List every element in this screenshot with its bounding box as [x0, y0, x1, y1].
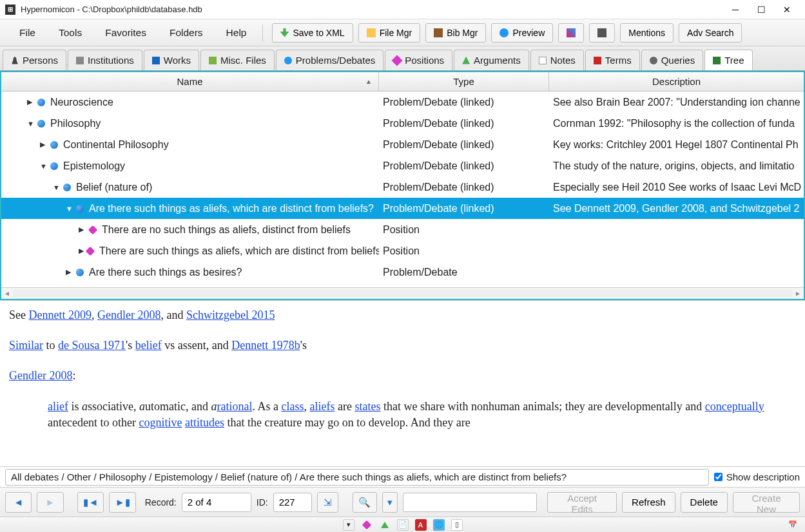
pointer-tool-2[interactable]: [589, 23, 615, 43]
tab-problems-debates[interactable]: Problems/Debates: [276, 50, 383, 70]
tab-institutions[interactable]: Institutions: [68, 50, 142, 70]
expander-icon[interactable]: ▼: [27, 120, 35, 128]
tab-tree[interactable]: Tree: [704, 50, 752, 70]
tab-works[interactable]: Works: [144, 50, 199, 70]
nav-forward-button[interactable]: ►: [37, 492, 63, 513]
term-icon: [594, 57, 601, 64]
refresh-button[interactable]: Refresh: [622, 492, 675, 513]
tree-row[interactable]: ▼EpistemologyProblem/Debate (linked)The …: [1, 155, 804, 176]
record-field[interactable]: [182, 493, 251, 512]
link-conceptually[interactable]: conceptually: [705, 400, 764, 413]
breadcrumb[interactable]: All debates / Other / Philosophy / Epist…: [5, 469, 709, 486]
search-field[interactable]: [403, 493, 537, 512]
status-note-icon[interactable]: 📄: [397, 519, 409, 531]
tab-terms[interactable]: Terms: [585, 50, 640, 70]
tab-misc-files[interactable]: Misc. Files: [200, 50, 275, 70]
link-class[interactable]: class: [281, 400, 304, 413]
link-dennett-2009[interactable]: Dennett 2009: [29, 309, 92, 321]
tree-row[interactable]: ▶There are such things as aliefs, which …: [1, 240, 804, 261]
expander-icon[interactable]: ▶: [79, 225, 86, 234]
expander-icon[interactable]: ▶: [79, 247, 84, 255]
status-position-icon[interactable]: [361, 519, 373, 531]
tree-row[interactable]: ▶Continental PhilosophyProblem/Debate (l…: [1, 134, 804, 155]
nav-first-button[interactable]: ▮◄: [77, 492, 104, 513]
link-rational[interactable]: rational: [217, 400, 252, 413]
close-button[interactable]: ✕: [774, 1, 800, 19]
link-cognitive[interactable]: cognitive: [139, 416, 182, 429]
accept-edits-button[interactable]: Accept Edits: [547, 492, 617, 513]
menu-file[interactable]: File: [8, 23, 47, 43]
nav-last-button[interactable]: ►▮: [109, 492, 135, 513]
menu-tools[interactable]: Tools: [47, 23, 93, 43]
mentions-button[interactable]: Mentions: [620, 23, 674, 43]
link-attitudes[interactable]: attitudes: [185, 416, 224, 429]
expander-icon[interactable]: ▼: [66, 205, 73, 213]
maximize-button[interactable]: ☐: [748, 1, 774, 19]
show-description-checkbox[interactable]: [714, 473, 723, 481]
nav-back-button[interactable]: ◄: [5, 492, 32, 513]
delete-button[interactable]: Delete: [681, 492, 728, 513]
id-field[interactable]: [273, 493, 312, 512]
column-name[interactable]: Name▲: [1, 72, 379, 91]
status-web-icon[interactable]: 🌐: [433, 519, 445, 531]
menu-favorites[interactable]: Favorites: [93, 23, 158, 43]
tab-persons[interactable]: Persons: [3, 50, 66, 70]
scroll-right-icon[interactable]: ►: [793, 290, 802, 297]
save-xml-button[interactable]: Save to XML: [272, 23, 353, 43]
tree-hscroll[interactable]: ◄ ►: [1, 287, 804, 299]
tree-row[interactable]: ▶Are there such things as besires?Proble…: [1, 261, 804, 283]
expander-icon[interactable]: ▼: [40, 162, 48, 170]
minimize-button[interactable]: ─: [723, 1, 748, 19]
link-gendler-2008-2[interactable]: Gendler 2008: [9, 369, 72, 382]
tab-arguments[interactable]: Arguments: [454, 50, 529, 70]
scroll-track[interactable]: [13, 290, 792, 298]
link-similar[interactable]: Similar: [9, 339, 43, 352]
pointer-tool-1[interactable]: [558, 23, 584, 43]
link-states[interactable]: states: [354, 400, 380, 413]
tree-row[interactable]: ▼PhilosophyProblem/Debate (linked)Cornma…: [1, 113, 804, 134]
status-calendar-icon[interactable]: 📅: [787, 519, 799, 531]
expander-icon[interactable]: ▶: [66, 268, 73, 276]
link-dennett-1978b[interactable]: Dennett 1978b: [231, 339, 300, 352]
preview-button[interactable]: Preview: [491, 23, 553, 43]
link-alief[interactable]: alief: [48, 400, 68, 413]
tab-queries[interactable]: Queries: [641, 50, 704, 70]
link-de-sousa-1971[interactable]: de Sousa 1971: [58, 339, 126, 352]
tree-row[interactable]: ▶NeuroscienceProblem/Debate (linked)See …: [1, 91, 804, 113]
link-gendler-2008[interactable]: Gendler 2008: [97, 309, 160, 321]
status-term-icon[interactable]: A: [415, 519, 427, 531]
link-belief[interactable]: belief: [135, 339, 162, 352]
status-panel-icon[interactable]: ▯: [451, 519, 463, 531]
tree-body[interactable]: ▶NeuroscienceProblem/Debate (linked)See …: [1, 91, 804, 287]
expander-icon[interactable]: ▶: [27, 98, 35, 106]
tree-row[interactable]: ▼Belief (nature of)Problem/Debate (linke…: [1, 176, 804, 198]
search-button[interactable]: 🔍: [353, 492, 377, 513]
row-name: Are there such things as besires?: [89, 267, 242, 278]
scroll-left-icon[interactable]: ◄: [3, 290, 12, 297]
status-dropdown-icon[interactable]: ▾: [343, 519, 354, 531]
tree-row[interactable]: ▶There are no such things as aliefs, dis…: [1, 219, 804, 240]
tree-row[interactable]: ▼Are there such things as aliefs, which …: [1, 198, 804, 219]
expander-icon[interactable]: ▼: [53, 184, 61, 191]
tab-positions[interactable]: Positions: [385, 50, 452, 70]
link-aliefs[interactable]: aliefs: [309, 400, 335, 413]
position-icon: [88, 225, 97, 234]
link-schwitzgebel-2015[interactable]: Schwitzgebel 2015: [186, 309, 275, 321]
goto-button[interactable]: ⇲: [317, 492, 339, 513]
menu-folders[interactable]: Folders: [158, 23, 215, 43]
description-pane[interactable]: See Dennett 2009, Gendler 2008, and Schw…: [0, 300, 805, 466]
show-description-toggle[interactable]: Show description: [714, 471, 800, 482]
expander-icon[interactable]: ▶: [40, 140, 48, 149]
menu-help[interactable]: Help: [215, 23, 258, 43]
adv-search-button[interactable]: Adv Search: [679, 23, 742, 43]
search-dropdown[interactable]: ▾: [382, 492, 398, 513]
tab-notes[interactable]: Notes: [530, 50, 584, 70]
file-mgr-button[interactable]: File Mgr: [358, 23, 421, 43]
bib-mgr-button[interactable]: Bib Mgr: [425, 23, 486, 43]
status-argument-icon[interactable]: [379, 519, 391, 531]
create-new-button[interactable]: Create New: [733, 492, 800, 513]
column-description[interactable]: Description: [549, 72, 804, 91]
debate-icon: [50, 162, 58, 170]
column-type[interactable]: Type: [379, 72, 549, 91]
tree-row[interactable]: ▶FaithProblem/Debate (linked)McDougall 1…: [1, 283, 804, 287]
